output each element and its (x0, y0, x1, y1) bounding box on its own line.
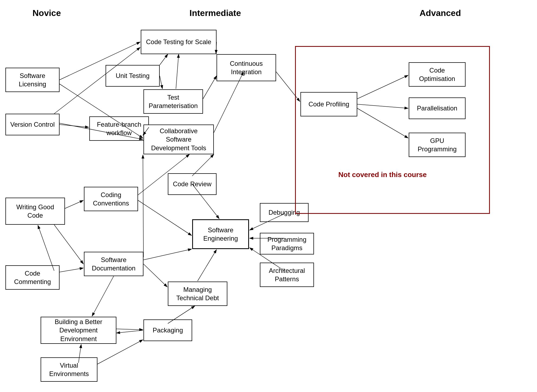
svg-line-30 (116, 330, 143, 333)
svg-line-17 (138, 200, 192, 236)
header-intermediate: Intermediate (189, 8, 241, 18)
node-unit-testing: Unit Testing (106, 65, 160, 87)
svg-line-23 (143, 155, 143, 257)
svg-line-24 (143, 264, 167, 287)
node-writing-good-code: Writing Good Code (5, 198, 65, 225)
svg-line-25 (198, 250, 217, 281)
node-architectural-patterns: Architectural Patterns (260, 263, 314, 287)
svg-line-14 (54, 225, 83, 264)
svg-line-7 (176, 54, 179, 89)
node-version-control: Version Control (5, 114, 60, 135)
node-code-testing: Code Testing for Scale (141, 30, 217, 54)
svg-line-3 (160, 54, 168, 65)
node-coding-conventions: Coding Conventions (84, 187, 138, 211)
node-continuous-integration: Continuous Integration (217, 54, 276, 81)
node-managing-technical-debt: Managing Technical Debt (168, 282, 227, 306)
node-gpu-programming: GPU Programming (409, 133, 466, 157)
node-code-profiling: Code Profiling (300, 92, 357, 116)
node-software-licensing: Software Licensing (5, 68, 60, 92)
header-novice: Novice (32, 8, 61, 18)
node-code-commenting: Code Commenting (5, 265, 60, 290)
node-parallelisation: Parallelisation (409, 97, 466, 119)
node-code-optimisation: Code Optimisation (409, 62, 466, 87)
svg-line-33 (92, 276, 114, 316)
node-code-review: Code Review (168, 173, 217, 195)
node-virtual-environments: Virtual Environments (41, 357, 97, 382)
node-packaging: Packaging (143, 319, 192, 341)
node-collab-tools: Collaborative Software Development Tools (143, 125, 214, 154)
node-programming-paradigms: Programming Paradigms (260, 233, 314, 254)
svg-line-4 (160, 76, 162, 89)
svg-line-28 (116, 329, 143, 330)
node-feature-branch: Feature-branch workflow (89, 116, 149, 141)
header-advanced: Advanced (420, 8, 461, 18)
diagram-container: Novice Intermediate Advanced Code Testin… (0, 0, 537, 392)
node-test-parameterisation: Test Parameterisation (143, 89, 203, 114)
svg-line-8 (60, 125, 89, 127)
svg-line-22 (143, 249, 192, 260)
not-covered-label: Not covered in this course (338, 171, 427, 179)
svg-line-18 (192, 154, 214, 176)
svg-line-27 (60, 268, 83, 272)
svg-marker-0 (0, 0, 3, 2)
node-software-engineering: Software Engineering (192, 219, 249, 249)
node-software-documentation: Software Documentation (84, 252, 143, 276)
svg-line-13 (65, 200, 83, 208)
svg-line-15 (38, 225, 54, 271)
svg-line-6 (203, 76, 217, 99)
node-building-better-env: Building a Better Development Environmen… (41, 317, 116, 344)
